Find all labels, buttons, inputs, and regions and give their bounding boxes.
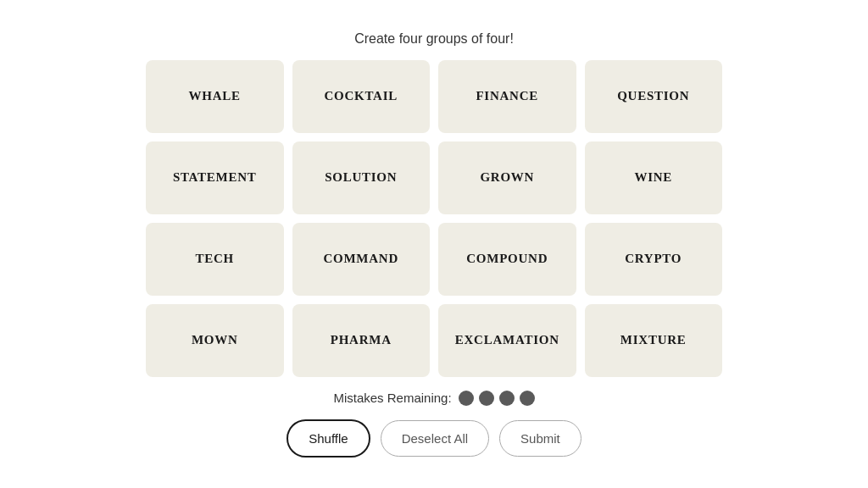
tile-button[interactable]: MIXTURE — [585, 304, 723, 377]
mistake-dot — [499, 391, 515, 406]
tile-grid: WHALECOCKTAILFINANCEQUESTIONSTATEMENTSOL… — [146, 60, 722, 377]
mistake-dot — [520, 391, 535, 406]
tile-button[interactable]: EXCLAMATION — [438, 304, 576, 377]
deselect-button[interactable]: Deselect All — [381, 420, 489, 457]
mistake-dot — [459, 391, 474, 406]
buttons-row: Shuffle Deselect All Submit — [287, 419, 581, 458]
submit-button[interactable]: Submit — [499, 420, 581, 457]
tile-button[interactable]: WINE — [585, 141, 723, 214]
tile-button[interactable]: CRYPTO — [585, 223, 723, 296]
tile-button[interactable]: WHALE — [146, 60, 284, 133]
mistakes-row: Mistakes Remaining: — [333, 391, 534, 406]
tile-button[interactable]: COMPOUND — [438, 223, 576, 296]
game-container: Create four groups of four! WHALECOCKTAI… — [146, 31, 722, 458]
subtitle: Create four groups of four! — [354, 31, 514, 47]
mistakes-dots — [459, 391, 535, 406]
tile-button[interactable]: QUESTION — [585, 60, 723, 133]
tile-button[interactable]: COCKTAIL — [292, 60, 431, 133]
tile-button[interactable]: GROWN — [438, 141, 576, 214]
tile-button[interactable]: STATEMENT — [146, 141, 284, 214]
tile-button[interactable]: MOWN — [146, 304, 284, 377]
tile-button[interactable]: FINANCE — [438, 60, 576, 133]
mistake-dot — [479, 391, 494, 406]
shuffle-button[interactable]: Shuffle — [287, 419, 370, 458]
tile-button[interactable]: PHARMA — [292, 304, 431, 377]
tile-button[interactable]: TECH — [146, 223, 284, 296]
tile-button[interactable]: COMMAND — [292, 223, 431, 296]
mistakes-label: Mistakes Remaining: — [333, 391, 451, 405]
tile-button[interactable]: SOLUTION — [292, 141, 431, 214]
